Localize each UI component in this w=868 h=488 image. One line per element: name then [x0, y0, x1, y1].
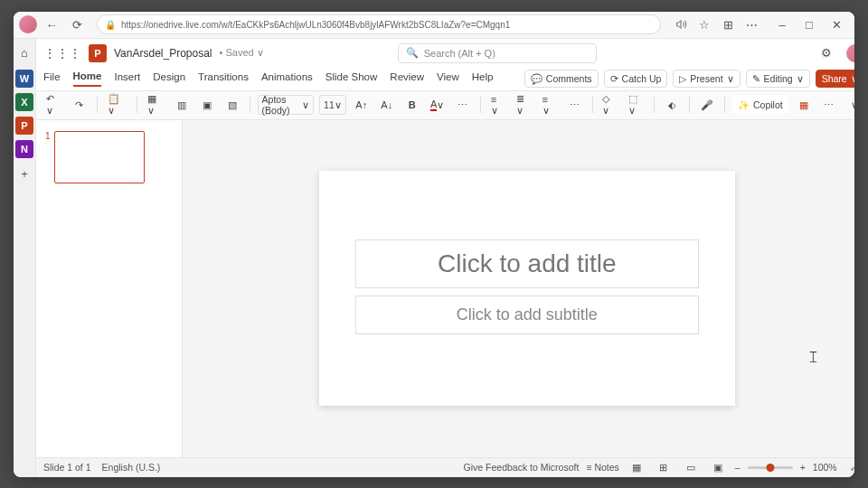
- url-text: https://onedrive.live.com/w/t/EaCKkPs6Ac…: [121, 20, 510, 30]
- read-aloud-icon[interactable]: [670, 14, 692, 35]
- paste-button[interactable]: 📋 ∨: [105, 95, 129, 115]
- comments-button[interactable]: 💬 Comments: [524, 70, 599, 88]
- thumb-number: 1: [45, 131, 51, 183]
- slideshow-view-icon[interactable]: ▣: [708, 457, 728, 477]
- fit-to-window-icon[interactable]: ⤢: [844, 457, 854, 477]
- text-cursor-icon: 𝙸: [807, 348, 819, 367]
- url-bar[interactable]: 🔒 https://onedrive.live.com/w/t/EaCKkPs6…: [97, 14, 661, 34]
- ribbon-tabs: File Home Insert Design Transitions Anim…: [36, 68, 854, 91]
- sorter-view-icon[interactable]: ⊞: [654, 457, 674, 477]
- tab-insert[interactable]: Insert: [114, 71, 140, 86]
- tab-review[interactable]: Review: [390, 71, 424, 86]
- notes-toggle[interactable]: ≡ Notes: [586, 462, 618, 473]
- undo-button[interactable]: ↶ ∨: [43, 95, 64, 115]
- editing-mode-button[interactable]: ✎ Editing ∨: [746, 70, 810, 88]
- more-browser-icon[interactable]: ⋯: [741, 14, 762, 35]
- close-button[interactable]: ✕: [824, 14, 849, 35]
- more-ribbon-icon[interactable]: ⋯: [819, 95, 839, 115]
- designer-button[interactable]: ⬖: [662, 95, 682, 115]
- catchup-button[interactable]: ⟳ Catch Up: [604, 70, 668, 88]
- decrease-font-icon[interactable]: A↓: [377, 95, 397, 115]
- zoom-slider[interactable]: [748, 466, 793, 469]
- slide: Click to add title Click to add subtitle: [319, 171, 735, 406]
- collapse-ribbon-icon[interactable]: ∨: [844, 95, 854, 115]
- bullets-button[interactable]: ≡ ∨: [488, 95, 508, 115]
- arrange-button[interactable]: ⬚ ∨: [626, 95, 647, 115]
- collections-icon[interactable]: ⊞: [717, 14, 739, 35]
- home-rail-icon[interactable]: ⌂: [14, 42, 35, 64]
- new-slide-button[interactable]: ▦ ∨: [145, 95, 166, 115]
- reset-button[interactable]: ▣: [197, 95, 217, 115]
- section-button[interactable]: ▧: [222, 95, 242, 115]
- search-placeholder: Search (Alt + Q): [424, 48, 495, 59]
- zoom-in-button[interactable]: +: [800, 462, 806, 473]
- tab-transitions[interactable]: Transitions: [198, 71, 249, 86]
- tab-design[interactable]: Design: [153, 71, 185, 86]
- refresh-button[interactable]: ⟳: [66, 14, 88, 35]
- account-avatar[interactable]: [846, 44, 854, 62]
- slide-thumbnail[interactable]: [54, 131, 145, 183]
- share-button[interactable]: Share ∨: [816, 70, 854, 88]
- feedback-link[interactable]: Give Feedback to Microsoft: [464, 462, 580, 473]
- more-para-icon[interactable]: ⋯: [565, 95, 585, 115]
- numbering-button[interactable]: ≣ ∨: [514, 95, 534, 115]
- ribbon-toolbar: ↶ ∨ ↷ 📋 ∨ ▦ ∨ ▥ ▣ ▧ Aptos (Body)∨ 11∨ A↑…: [36, 91, 854, 120]
- redo-button[interactable]: ↷: [70, 95, 90, 115]
- settings-icon[interactable]: ⚙: [816, 42, 837, 64]
- back-button[interactable]: ←: [41, 14, 62, 35]
- slide-canvas[interactable]: Click to add title Click to add subtitle…: [183, 120, 854, 457]
- font-size-select[interactable]: 11∨: [319, 95, 346, 115]
- save-state[interactable]: • Saved ∨: [220, 47, 264, 59]
- reading-view-icon[interactable]: ▭: [681, 457, 701, 477]
- word-app-icon[interactable]: W: [15, 70, 33, 88]
- slide-counter: Slide 1 of 1: [43, 462, 91, 473]
- increase-font-icon[interactable]: A↑: [352, 95, 372, 115]
- align-button[interactable]: ≡ ∨: [540, 95, 560, 115]
- add-app-icon[interactable]: +: [14, 164, 35, 185]
- tab-slideshow[interactable]: Slide Show: [326, 71, 378, 86]
- present-button[interactable]: ▷ Present ∨: [673, 70, 740, 88]
- title-bar: ⋮⋮⋮ P VanArsdel_Proposal • Saved ∨ 🔍 Sea…: [36, 39, 854, 68]
- tab-file[interactable]: File: [43, 71, 61, 86]
- tab-home[interactable]: Home: [73, 70, 102, 87]
- app-launcher-icon[interactable]: ⋮⋮⋮: [43, 46, 81, 61]
- language-status[interactable]: English (U.S.): [102, 462, 161, 473]
- font-select[interactable]: Aptos (Body)∨: [258, 95, 315, 115]
- app-rail: ⌂ W X P N +: [14, 39, 36, 477]
- maximize-button[interactable]: □: [797, 14, 822, 35]
- tab-animations[interactable]: Animations: [261, 71, 313, 86]
- title-placeholder[interactable]: Click to add title: [355, 239, 699, 288]
- favorite-icon[interactable]: ☆: [693, 14, 715, 35]
- layout-button[interactable]: ▥: [172, 95, 192, 115]
- editor-area: 1 Click to add title Click to add subtit…: [36, 120, 854, 457]
- powerpoint-app-icon[interactable]: P: [15, 117, 33, 135]
- font-color-button[interactable]: A ∨: [428, 95, 448, 115]
- tab-help[interactable]: Help: [472, 71, 494, 86]
- excel-app-icon[interactable]: X: [15, 93, 33, 111]
- zoom-level[interactable]: 100%: [813, 462, 837, 473]
- subtitle-placeholder[interactable]: Click to add subtitle: [355, 296, 699, 334]
- status-bar: Slide 1 of 1 English (U.S.) Give Feedbac…: [36, 457, 854, 477]
- document-name[interactable]: VanArsdel_Proposal: [114, 47, 212, 60]
- profile-avatar[interactable]: [19, 15, 37, 33]
- browser-toolbar: ← ⟳ 🔒 https://onedrive.live.com/w/t/EaCK…: [14, 12, 854, 39]
- lock-icon: 🔒: [105, 20, 116, 30]
- copilot-button[interactable]: ✨ Copilot: [732, 96, 788, 114]
- slide-thumbnail-panel: 1: [36, 120, 183, 457]
- zoom-out-button[interactable]: –: [735, 462, 741, 473]
- addins-button[interactable]: ▦: [794, 95, 814, 115]
- powerpoint-icon: P: [89, 44, 107, 62]
- onenote-app-icon[interactable]: N: [15, 140, 33, 158]
- normal-view-icon[interactable]: ▦: [627, 457, 646, 477]
- bold-button[interactable]: B: [402, 95, 422, 115]
- more-font-icon[interactable]: ⋯: [453, 95, 473, 115]
- minimize-button[interactable]: –: [769, 14, 795, 35]
- search-box[interactable]: 🔍 Search (Alt + Q): [398, 43, 597, 63]
- search-icon: 🔍: [406, 47, 419, 59]
- dictate-button[interactable]: 🎤: [697, 95, 717, 115]
- shapes-button[interactable]: ◇ ∨: [599, 95, 619, 115]
- app-window: ← ⟳ 🔒 https://onedrive.live.com/w/t/EaCK…: [14, 12, 854, 477]
- tab-view[interactable]: View: [437, 71, 459, 86]
